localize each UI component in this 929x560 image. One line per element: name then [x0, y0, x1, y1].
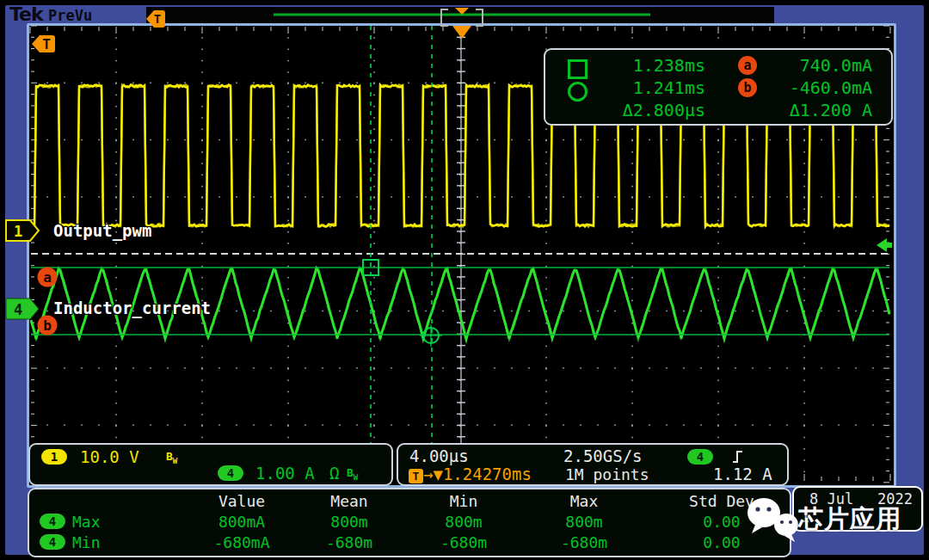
col-header-value: Value: [190, 492, 293, 510]
cursor-b-time: 1.241ms: [595, 77, 705, 98]
cursor-readout-box: 1.238ms a 740.0mA 1.241ms b -460.0mA Δ2.…: [544, 48, 893, 126]
col-header-mean: Mean: [298, 492, 401, 510]
ch1-waveform-label: Output_pwm: [53, 221, 151, 240]
channel-readout-box[interactable]: 1 10.0 V BW 4 1.00 A Ω BW: [28, 443, 393, 486]
cursor-delta-time: Δ2.800μs: [595, 100, 705, 120]
meas-cell: 800mA: [190, 513, 293, 531]
cursor-a-square-icon: [568, 59, 588, 79]
trigger-t-icon: T: [409, 469, 423, 483]
record-length-readout: 1M points: [565, 465, 649, 483]
ch1-scale: 10.0 V: [80, 447, 139, 466]
ch4-coupling-icon: Ω: [329, 464, 339, 483]
col-header-min: Min: [412, 492, 515, 510]
sample-rate-readout: 2.50GS/s: [563, 446, 643, 465]
meas-cell: -680m: [412, 533, 515, 551]
trigger-position-readout: T→▼1.24270ms: [409, 465, 532, 483]
meas-cell: -680m: [298, 533, 401, 551]
meas-row-badge: 4: [40, 514, 65, 529]
measurement-table: Value Mean Min Max Std Dev 4 Max 800mA 8…: [28, 488, 791, 557]
cursor-b-value: -460.0mA: [759, 77, 872, 98]
meas-cell: -680mA: [190, 533, 293, 551]
ch4-waveform-label: Inductor_current: [53, 298, 211, 317]
watermark-text: 芯片应用: [798, 502, 901, 537]
cursor-a-time: 1.238ms: [595, 55, 705, 76]
cursor-b-badge: b: [738, 78, 757, 97]
meas-cell: 800m: [532, 513, 636, 531]
horizontal-trigger-box[interactable]: 4.00μs 2.50GS/s 4 T→▼1.24270ms 1M points…: [397, 443, 789, 486]
cursor-a-badge: a: [738, 56, 757, 75]
wechat-icon: [745, 492, 805, 547]
meas-row-badge: 4: [40, 534, 65, 550]
meas-row-name: Min: [72, 533, 101, 551]
trigger-level-readout: 1.12 A: [713, 465, 772, 483]
meas-cell: 800m: [412, 513, 515, 531]
ch1-bandwidth-icon: BW: [166, 450, 177, 465]
col-header-max: Max: [532, 492, 636, 510]
ch4-bandwidth-icon: BW: [347, 466, 358, 482]
ch1-badge[interactable]: 1: [41, 449, 67, 465]
tek-logo: Tek: [9, 3, 43, 25]
meas-cell: 800m: [298, 513, 401, 531]
cursor-a-value: 740.0mA: [759, 55, 872, 76]
acquisition-status: PreVu: [48, 7, 92, 24]
trigger-source-badge: 4: [687, 449, 713, 465]
timebase-readout: 4.00μs: [409, 446, 469, 465]
meas-cell: -680m: [532, 533, 636, 551]
meas-row-name: Max: [72, 513, 101, 531]
ch4-badge[interactable]: 4: [218, 465, 243, 481]
rising-edge-icon: [730, 448, 746, 465]
cursor-delta-value: Δ1.200 A: [743, 100, 872, 120]
ch4-scale: 1.00 A: [255, 464, 315, 483]
cursor-b-circle-icon: [568, 82, 588, 102]
